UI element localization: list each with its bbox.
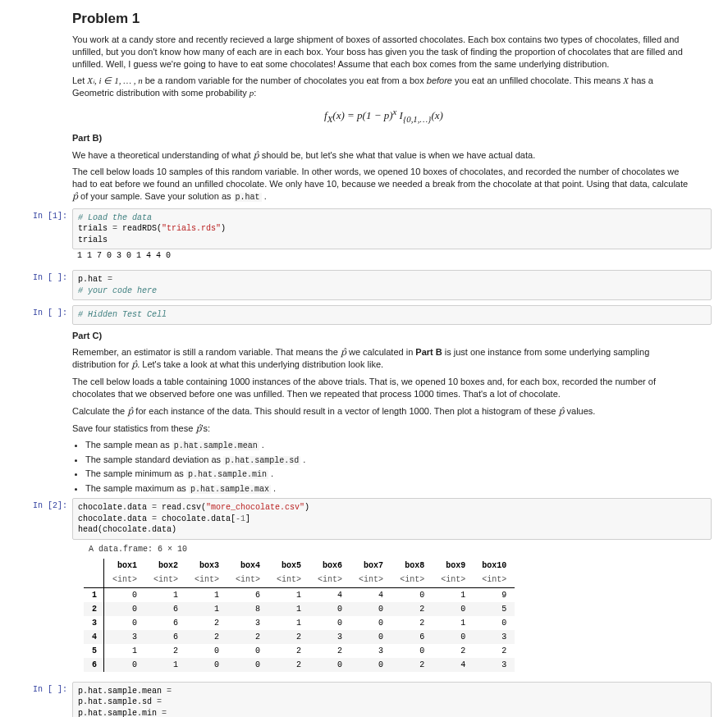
- partc-para1: Remember, an estimator is still a random…: [72, 346, 695, 371]
- code-input-5[interactable]: p.hat.sample.mean = p.hat.sample.sd = p.…: [72, 682, 712, 717]
- code-input-3[interactable]: # Hidden Test Cell: [72, 305, 712, 325]
- partb-para2: The cell below loads 10 samples of this …: [72, 166, 695, 203]
- notebook: Problem 1 You work at a candy store and …: [0, 0, 728, 717]
- table-row: 60100200243: [84, 658, 515, 672]
- intro-para2: Let Xᵢ, i ∈ 1, … , n be a random variabl…: [72, 75, 695, 99]
- code-cell-4: In [2]: chocolate.data = read.csv("more_…: [16, 498, 712, 677]
- table-row: 51200223022: [84, 644, 515, 658]
- code-cell-2: In [ ]: p.hat = # your code here: [16, 270, 712, 300]
- markdown-problem1: Problem 1 You work at a candy store and …: [16, 10, 712, 203]
- list-item: The sample mean as p.hat.sample.mean .: [85, 439, 695, 452]
- markdown-partc: Part C) Remember, an estimator is still …: [16, 330, 712, 496]
- formula: fX(x) = p(1 − p)x I{0,1,…}(x): [72, 106, 695, 126]
- prompt-in-2: In [ ]:: [16, 270, 72, 300]
- intro-para1: You work at a candy store and recently r…: [72, 34, 695, 71]
- code-input-2[interactable]: p.hat = # your code here: [72, 270, 712, 300]
- partc-para4: Save four statistics from these p̂'s:: [72, 422, 695, 435]
- dataframe-table: box1 box2 box3 box4 box5 box6 box7 box8 …: [84, 559, 515, 672]
- code-input-1[interactable]: # Load the data trials = readRDS("trials…: [72, 208, 712, 250]
- partc-para3: Calculate the p̂ for each instance of th…: [72, 405, 695, 418]
- code-cell-5: In [ ]: p.hat.sample.mean = p.hat.sample…: [16, 682, 712, 717]
- prompt-in-3: In [ ]:: [16, 305, 72, 325]
- prompt-in-1: In [1]:: [16, 208, 72, 266]
- list-item: The sample maximum as p.hat.sample.max .: [85, 482, 695, 496]
- table-header-row: box1 box2 box3 box4 box5 box6 box7 box8 …: [84, 559, 515, 573]
- table-type-row: <int> <int> <int> <int> <int> <int> <int…: [84, 573, 515, 588]
- code-input-4[interactable]: chocolate.data = read.csv("more_chocolat…: [72, 498, 712, 540]
- prompt-in-4: In [2]:: [16, 498, 72, 677]
- stats-list: The sample mean as p.hat.sample.mean . T…: [85, 439, 695, 495]
- part-c-header: Part C): [72, 331, 102, 340]
- part-b-header: Part B): [72, 133, 102, 143]
- list-item: The sample minimum as p.hat.sample.min .: [85, 468, 695, 481]
- table-row: 10116144019: [84, 587, 515, 602]
- table-row: 20618100205: [84, 602, 515, 616]
- code-output-4: A data.frame: 6 × 10 box1 box2 box3 box4…: [72, 540, 712, 677]
- table-row: 43622230603: [84, 630, 515, 644]
- code-cell-3: In [ ]: # Hidden Test Cell: [16, 305, 712, 325]
- partb-para1: We have a theoretical understanding of w…: [72, 149, 695, 162]
- prompt-in-5: In [ ]:: [16, 682, 72, 717]
- partc-para2: The cell below loads a table containing …: [72, 376, 695, 400]
- list-item: The sample standard deviation as p.hat.s…: [85, 454, 695, 467]
- dataframe-caption: A data.frame: 6 × 10: [89, 545, 707, 554]
- code-cell-1: In [1]: # Load the data trials = readRDS…: [16, 208, 712, 266]
- table-row: 30623100210: [84, 616, 515, 630]
- code-output-1: 1 1 7 0 3 0 1 4 4 0: [72, 249, 712, 265]
- problem-title: Problem 1: [72, 10, 695, 29]
